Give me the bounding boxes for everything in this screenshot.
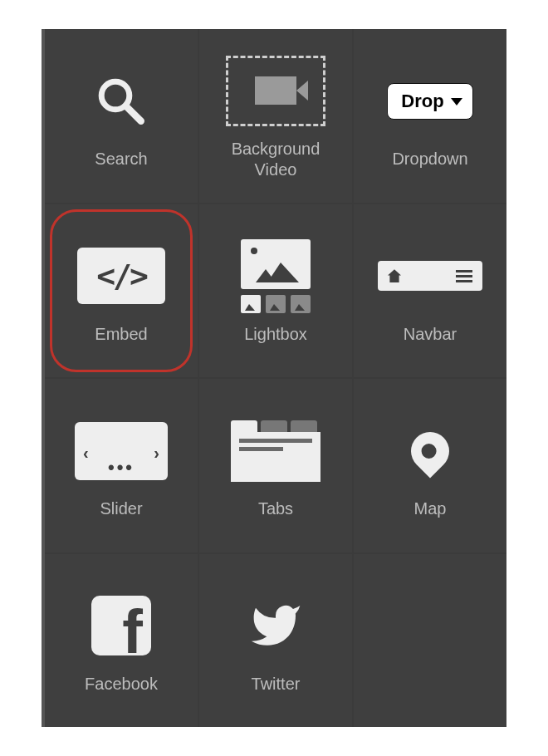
background-video-icon (204, 52, 347, 130)
element-twitter[interactable]: Twitter (199, 554, 352, 728)
facebook-icon (50, 587, 193, 665)
element-label: Slider (100, 498, 142, 519)
chevron-down-icon (451, 98, 462, 106)
hamburger-icon (456, 270, 472, 282)
arrow-right-icon: › (154, 444, 159, 463)
element-label: Navbar (404, 324, 457, 345)
empty-cell (354, 554, 506, 728)
element-label: Embed (95, 324, 147, 345)
element-background-video[interactable]: Background Video (199, 29, 352, 203)
element-label: Tabs (258, 498, 293, 519)
arrow-left-icon: ‹ (83, 444, 89, 463)
code-glyph: </> (96, 258, 146, 294)
lightbox-icon (204, 237, 347, 316)
elements-panel: Search Background Video Drop Dropdown </… (42, 29, 506, 727)
twitter-icon (204, 587, 347, 665)
element-label: Map (414, 498, 447, 519)
element-slider[interactable]: ‹ › ••• Slider (45, 379, 198, 552)
element-dropdown[interactable]: Drop Dropdown (354, 29, 506, 203)
element-label: Facebook (85, 674, 158, 695)
element-label: Lightbox (244, 324, 307, 345)
dropdown-icon: Drop (359, 61, 502, 140)
dropdown-button-text: Drop (401, 91, 443, 112)
embed-icon: </> (50, 237, 193, 316)
tabs-icon (204, 411, 347, 490)
slider-icon: ‹ › ••• (50, 411, 193, 490)
element-search[interactable]: Search (45, 29, 198, 203)
navbar-icon (359, 237, 502, 316)
svg-line-1 (126, 106, 141, 120)
element-tabs[interactable]: Tabs (199, 379, 352, 552)
element-navbar[interactable]: Navbar (354, 204, 506, 378)
element-embed[interactable]: </> Embed (45, 204, 198, 378)
search-icon (50, 61, 193, 140)
element-lightbox[interactable]: Lightbox (199, 204, 352, 378)
element-label: Twitter (252, 674, 301, 695)
map-pin-icon (359, 411, 502, 490)
element-map[interactable]: Map (354, 379, 506, 552)
element-label: Search (95, 149, 147, 169)
home-icon (388, 269, 401, 282)
element-facebook[interactable]: Facebook (45, 554, 198, 728)
element-label: Background Video (232, 139, 320, 180)
element-label: Dropdown (392, 149, 467, 169)
